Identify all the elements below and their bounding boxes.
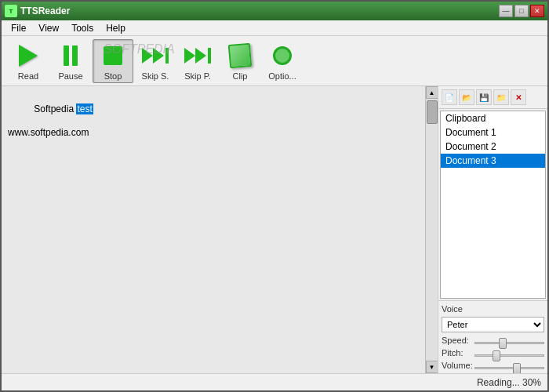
highlighted-text: test bbox=[76, 103, 93, 114]
right-panel-toolbar: 📄 📂 💾 📁 ✕ bbox=[438, 86, 547, 109]
speed-thumb[interactable] bbox=[499, 338, 507, 349]
document-list[interactable]: Clipboard Document 1 Document 2 Document… bbox=[440, 111, 546, 299]
text-line-2: www.softpedia.com bbox=[8, 127, 419, 138]
speed-label: Speed: bbox=[442, 336, 471, 345]
scroll-track[interactable] bbox=[426, 99, 438, 361]
options-icon bbox=[268, 42, 296, 70]
title-controls: — □ ✕ bbox=[499, 5, 544, 17]
save-button[interactable]: 💾 bbox=[476, 89, 492, 105]
scroll-up-arrow[interactable]: ▲ bbox=[426, 86, 438, 99]
menu-file[interactable]: File bbox=[5, 21, 32, 35]
voice-select[interactable]: Peter bbox=[442, 317, 544, 332]
status-text: Reading... 30% bbox=[477, 377, 541, 388]
stop-icon bbox=[99, 42, 127, 70]
skip-sentence-button[interactable]: Skip S. bbox=[135, 39, 176, 83]
speed-track[interactable] bbox=[474, 342, 544, 344]
options-label: Optio... bbox=[268, 71, 296, 81]
main-area: Softpedia test www.softpedia.com ▲ ▼ 📄 📂… bbox=[2, 86, 547, 373]
voice-section: Voice Peter Speed: Pitch: bbox=[438, 300, 547, 373]
toolbar: Read Pause Stop S bbox=[2, 36, 547, 86]
volume-track[interactable] bbox=[474, 367, 544, 369]
skip-s-icon bbox=[141, 42, 169, 70]
title-bar: T TTSReader — □ ✕ bbox=[2, 2, 547, 20]
open-button[interactable]: 📂 bbox=[459, 89, 474, 105]
window-title: TTSReader bbox=[20, 5, 70, 16]
maximize-button[interactable]: □ bbox=[514, 5, 529, 17]
other-button[interactable]: 📁 bbox=[493, 89, 509, 105]
text-content: Softpedia test www.softpedia.com bbox=[2, 86, 425, 146]
app-icon: T bbox=[5, 5, 17, 17]
pause-button[interactable]: Pause bbox=[50, 39, 91, 83]
read-button[interactable]: Read bbox=[8, 39, 49, 83]
menu-view[interactable]: View bbox=[32, 21, 65, 35]
menu-tools[interactable]: Tools bbox=[65, 21, 100, 35]
doc-item-3[interactable]: Document 3 bbox=[441, 154, 545, 168]
new-doc-button[interactable]: 📄 bbox=[442, 89, 457, 105]
pause-label: Pause bbox=[58, 71, 82, 81]
minimize-button[interactable]: — bbox=[499, 5, 513, 17]
pitch-track[interactable] bbox=[474, 354, 544, 357]
volume-thumb[interactable] bbox=[513, 363, 521, 374]
speed-row: Speed: bbox=[442, 336, 544, 345]
doc-item-1[interactable]: Document 1 bbox=[441, 125, 545, 140]
title-bar-left: T TTSReader bbox=[5, 5, 70, 17]
doc-item-2[interactable]: Document 2 bbox=[441, 140, 545, 154]
pitch-thumb[interactable] bbox=[493, 350, 500, 361]
right-panel: 📄 📂 💾 📁 ✕ Clipboard Document 1 Document … bbox=[438, 86, 547, 373]
delete-button[interactable]: ✕ bbox=[511, 89, 526, 105]
status-bar: Reading... 30% bbox=[2, 373, 547, 390]
voice-label: Voice bbox=[442, 304, 544, 314]
scroll-down-arrow[interactable]: ▼ bbox=[426, 361, 438, 373]
clip-icon bbox=[226, 42, 254, 70]
skip-p-label: Skip P. bbox=[184, 71, 210, 81]
clip-label: Clip bbox=[233, 71, 248, 81]
doc-clipboard[interactable]: Clipboard bbox=[441, 111, 545, 125]
text-line-1: Softpedia test bbox=[8, 93, 419, 125]
skip-s-label: Skip S. bbox=[142, 71, 169, 81]
scroll-thumb[interactable] bbox=[427, 100, 438, 124]
volume-label: Volume: bbox=[442, 361, 471, 370]
menu-bar: File View Tools Help bbox=[2, 20, 547, 36]
stop-button[interactable]: Stop bbox=[93, 39, 133, 83]
skip-paragraph-button[interactable]: Skip P. bbox=[177, 39, 218, 83]
pause-icon bbox=[56, 42, 85, 70]
read-label: Read bbox=[18, 71, 38, 81]
volume-row: Volume: bbox=[442, 361, 544, 370]
menu-help[interactable]: Help bbox=[100, 21, 132, 35]
text-before-highlight: Softpedia bbox=[34, 103, 76, 114]
pitch-row: Pitch: bbox=[442, 348, 544, 358]
clip-button[interactable]: Clip bbox=[220, 39, 260, 83]
text-scrollbar[interactable]: ▲ ▼ bbox=[425, 86, 438, 373]
stop-label: Stop bbox=[104, 71, 122, 81]
pitch-label: Pitch: bbox=[442, 348, 471, 358]
text-editor[interactable]: Softpedia test www.softpedia.com bbox=[2, 86, 425, 373]
skip-p-icon bbox=[184, 42, 212, 70]
play-icon bbox=[14, 42, 42, 70]
close-button[interactable]: ✕ bbox=[530, 5, 544, 17]
app-window: T TTSReader — □ ✕ File View Tools Help R… bbox=[0, 0, 549, 392]
options-button[interactable]: Optio... bbox=[262, 39, 303, 83]
